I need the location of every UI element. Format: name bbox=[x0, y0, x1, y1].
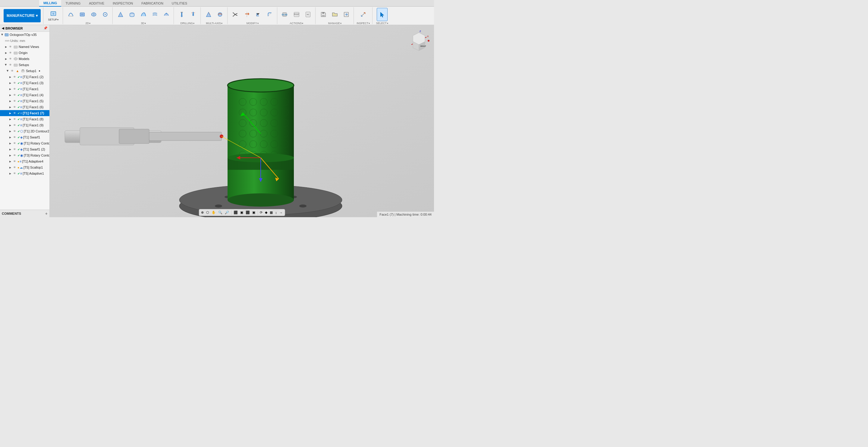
extend-button[interactable] bbox=[241, 8, 252, 21]
2d-bore-button[interactable] bbox=[100, 8, 111, 21]
tree-op-15[interactable]: ▶ 👁 ● ☁ [T5] Scallop1 bbox=[0, 165, 50, 171]
3d-parallel-button[interactable] bbox=[150, 8, 160, 21]
vt-zoomout-icon[interactable]: 🔎 bbox=[224, 210, 230, 215]
2d-adaptive-button[interactable] bbox=[65, 8, 76, 21]
export-button[interactable] bbox=[341, 8, 352, 21]
op7-arrow[interactable]: ▶ bbox=[8, 117, 12, 121]
manage-group-label[interactable]: MANAGE bbox=[328, 21, 341, 25]
3d-pocket-button[interactable] bbox=[127, 8, 137, 21]
setup-button[interactable]: G SETUP bbox=[46, 9, 61, 22]
vt-rotate-icon[interactable]: ⟳ bbox=[259, 210, 264, 215]
modify-group-label[interactable]: MODIFY bbox=[247, 21, 258, 25]
vt-wireframe-icon[interactable]: ▣ bbox=[239, 210, 244, 215]
tab-fabrication[interactable]: FABRICATION bbox=[137, 0, 167, 7]
tab-additive[interactable]: ADDITIVE bbox=[85, 0, 108, 7]
tree-op-3[interactable]: ▶ 👁 ✔ ≡ [T1] Face1 (4) bbox=[0, 92, 50, 98]
nc-program-button[interactable]: NC bbox=[303, 8, 313, 21]
op15-arrow[interactable]: ▶ bbox=[8, 166, 12, 169]
setups-arrow[interactable]: ▶ bbox=[4, 63, 8, 67]
op9-arrow[interactable]: ▶ bbox=[8, 129, 12, 133]
op0-arrow[interactable]: ▶ bbox=[8, 75, 12, 79]
vt-arrow-icon[interactable]: → bbox=[278, 210, 284, 215]
postprocess-button[interactable]: POST bbox=[291, 8, 302, 21]
vt-shaded2-icon[interactable]: ▣ bbox=[251, 210, 256, 215]
browser-collapse-icon[interactable]: ◀ bbox=[2, 27, 4, 30]
vt-diamond-icon[interactable]: ◆ bbox=[264, 210, 268, 215]
select-button[interactable] bbox=[377, 8, 388, 21]
vt-pan-icon[interactable]: ✋ bbox=[211, 210, 217, 215]
tree-op-16[interactable]: ▶ 👁 ✔ ≡ [T5] Adaptive1 bbox=[0, 171, 50, 176]
vt-home-icon[interactable]: ⊕ bbox=[200, 210, 205, 215]
op16-arrow[interactable]: ▶ bbox=[8, 172, 12, 175]
drilling-group-label[interactable]: DRILLING bbox=[180, 21, 194, 25]
viewport[interactable]: Z X RIGHT ⊕ ⬡ ✋ bbox=[50, 25, 434, 217]
vt-height-icon[interactable]: ↕ bbox=[274, 210, 278, 215]
comments-label[interactable]: COMMENTS bbox=[2, 212, 21, 215]
op6-arrow[interactable]: ▶ bbox=[8, 111, 12, 115]
op2-arrow[interactable]: ▶ bbox=[8, 87, 12, 91]
root-expand-arrow[interactable]: ▶ bbox=[1, 33, 4, 36]
tab-milling[interactable]: MILLING bbox=[39, 0, 61, 7]
3d-contour-button[interactable] bbox=[138, 8, 149, 21]
op1-arrow[interactable]: ▶ bbox=[8, 81, 12, 85]
vt-shaded-icon[interactable]: ⬛ bbox=[245, 210, 251, 215]
2d-pocket-button[interactable] bbox=[77, 8, 88, 21]
tree-models[interactable]: ▶ 👁 Models bbox=[0, 56, 50, 62]
actions-group-label[interactable]: ACTIONS bbox=[290, 21, 303, 25]
3d-group-label[interactable]: 3D bbox=[141, 21, 146, 25]
2d-group-label[interactable]: 2D bbox=[85, 21, 90, 25]
tree-root[interactable]: ▶ OctogoonTOp v35 bbox=[0, 32, 50, 38]
3d-scallop-button[interactable] bbox=[161, 8, 172, 21]
browser-pin-icon[interactable]: 📌 bbox=[43, 26, 48, 30]
tree-origin[interactable]: ▶ 👁 Origin bbox=[0, 50, 50, 56]
vt-hex-icon[interactable]: ⬡ bbox=[205, 210, 210, 215]
multiaxis2-button[interactable] bbox=[215, 8, 225, 21]
tab-inspection[interactable]: INSPECTION bbox=[108, 0, 137, 7]
op5-arrow[interactable]: ▶ bbox=[8, 105, 12, 109]
tree-op-8[interactable]: ▶ 👁 ✔ ≡ [T1] Face1 (9) bbox=[0, 122, 50, 128]
op3-arrow[interactable]: ▶ bbox=[8, 93, 12, 97]
chamfer-button[interactable] bbox=[253, 8, 264, 21]
tree-op-1[interactable]: ▶ 👁 ✔ ≡ [T1] Face1 (3) bbox=[0, 80, 50, 86]
tree-op-14[interactable]: ▶ 👁 ● ≡ [T1] Adaptive4 bbox=[0, 158, 50, 165]
tree-op-11[interactable]: ▶ 👁 ✔ ◉ [T1] Rotary Contour1 bbox=[0, 140, 50, 146]
vt-grid-icon[interactable]: ▦ bbox=[269, 210, 274, 215]
tree-op-12[interactable]: ▶ 👁 ✔ ◈ [T1] Swarf1 (2) bbox=[0, 146, 50, 152]
tree-op-5[interactable]: ▶ 👁 ✔ ≡ [T1] Face1 (6) bbox=[0, 104, 50, 110]
comments-add-icon[interactable]: + bbox=[45, 211, 48, 216]
vt-zoomin-icon[interactable]: 🔍 bbox=[217, 210, 223, 215]
select-group-label[interactable]: SELECT bbox=[376, 21, 388, 25]
multiaxis1-button[interactable] bbox=[203, 8, 214, 21]
2d-contour-button[interactable] bbox=[88, 8, 99, 21]
open-button[interactable] bbox=[330, 8, 340, 21]
fillet-button[interactable] bbox=[264, 8, 275, 21]
tree-setup1[interactable]: ▶ 👁 ▲ Setup1 ● bbox=[0, 68, 50, 74]
op14-arrow[interactable]: ▶ bbox=[8, 159, 12, 163]
manufacture-button[interactable]: MANUFACTURE ▾ bbox=[4, 9, 41, 22]
op13-arrow[interactable]: ▶ bbox=[8, 153, 12, 157]
tree-op-13[interactable]: ▶ 👁 ✔ ◉ [T3] Rotary Contour1... bbox=[0, 152, 50, 158]
named-views-arrow[interactable]: ▶ bbox=[4, 45, 8, 49]
tree-op-6[interactable]: ▶ 👁 ✔ ≡ [T1] Face1 (7) bbox=[0, 110, 50, 116]
scissors-button[interactable] bbox=[230, 8, 241, 21]
save-button[interactable] bbox=[318, 8, 329, 21]
setup1-arrow[interactable]: ▶ bbox=[6, 69, 10, 73]
tree-op-4[interactable]: ▶ 👁 ✔ ≡ [T1] Face1 (5) bbox=[0, 98, 50, 104]
tree-named-views[interactable]: ▶ 👁 Named Views bbox=[0, 44, 50, 50]
op4-arrow[interactable]: ▶ bbox=[8, 99, 12, 103]
tree-op-7[interactable]: ▶ 👁 ✔ ≡ [T1] Face1 (8) bbox=[0, 116, 50, 122]
chip-break-button[interactable] bbox=[188, 8, 198, 21]
multiaxis-group-label[interactable]: MULTI-AXIS bbox=[206, 21, 222, 25]
op11-arrow[interactable]: ▶ bbox=[8, 142, 12, 145]
simulate-button[interactable]: G1 G2 bbox=[280, 8, 290, 21]
op8-arrow[interactable]: ▶ bbox=[8, 123, 12, 127]
models-arrow[interactable]: ▶ bbox=[4, 57, 8, 61]
tab-turning[interactable]: TURNING bbox=[61, 0, 85, 7]
tree-op-10[interactable]: ▶ 👁 ✔ ◈ [T1] Swarf1 bbox=[0, 134, 50, 140]
measure-button[interactable] bbox=[358, 8, 369, 21]
inspect-group-label[interactable]: INSPECT bbox=[356, 21, 370, 25]
3d-adaptive-button[interactable] bbox=[115, 8, 126, 21]
tab-utilities[interactable]: UTILITIES bbox=[167, 0, 191, 7]
op12-arrow[interactable]: ▶ bbox=[8, 148, 12, 151]
drilling-button[interactable] bbox=[176, 8, 187, 21]
